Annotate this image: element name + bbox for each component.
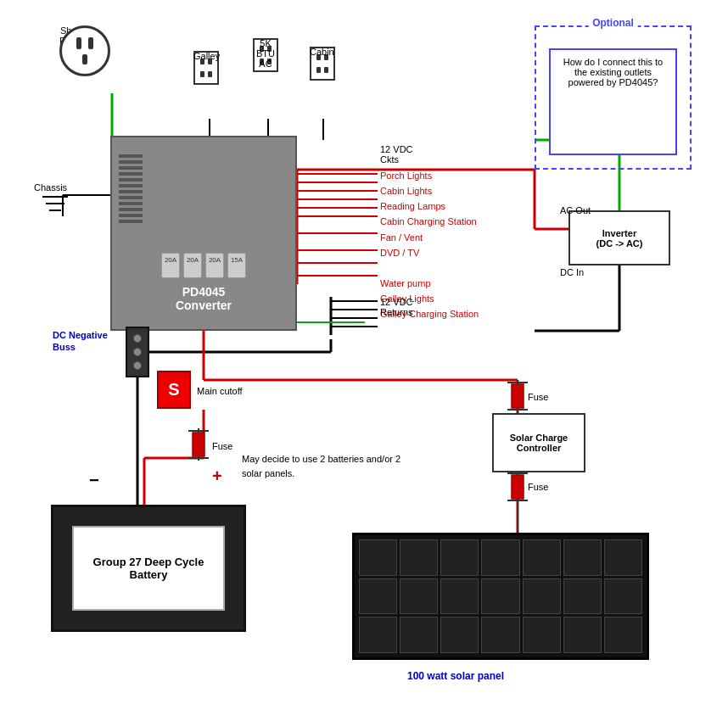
solar-cell xyxy=(523,539,561,576)
circuit-porch: Porch Lights xyxy=(380,168,479,183)
main-cutoff-switch: S xyxy=(157,371,191,409)
5k-ac-outlet-group: 5K BTU AC xyxy=(253,38,278,72)
inverter-label: Inverter (DC -> AC) xyxy=(596,228,643,249)
solar-cell xyxy=(359,617,397,653)
main-cutoff-symbol: S xyxy=(168,380,179,399)
breaker-4: 15A xyxy=(227,253,246,278)
solar-cell xyxy=(604,539,642,576)
buss-hole-1 xyxy=(133,334,142,343)
breaker-1: 20A xyxy=(161,253,180,278)
diagram: Shore Power Galley 5K BTU AC xyxy=(0,0,728,704)
battery: Group 27 Deep Cycle Battery xyxy=(51,505,246,632)
fuse-right-top-label: Fuse xyxy=(528,392,548,402)
chassis-label: Chassis xyxy=(34,182,68,193)
optional-question: How do I connect this to the existing ou… xyxy=(549,48,677,155)
cabin-label: Cabin xyxy=(310,47,334,57)
solar-cell xyxy=(481,539,519,576)
inverter: Inverter (DC -> AC) xyxy=(568,210,670,265)
dc-neg-buss xyxy=(126,327,149,377)
ground-symbol xyxy=(42,196,68,211)
note-text: May decide to use 2 batteries and/or 2 s… xyxy=(242,452,412,480)
solar-cell xyxy=(440,617,479,653)
solar-panel xyxy=(352,533,649,660)
dc-ckts-label: 12 VDC Ckts xyxy=(380,144,413,165)
solar-controller-label: Solar Charge Controller xyxy=(510,433,568,453)
solar-cell xyxy=(604,578,642,615)
solar-cell xyxy=(440,578,479,615)
galley-outlet-group: Galley xyxy=(193,51,219,85)
svg-rect-50 xyxy=(512,475,524,499)
breaker-2: 20A xyxy=(183,253,202,278)
solar-cell xyxy=(523,578,561,615)
solar-cell xyxy=(563,617,602,653)
solar-cell xyxy=(359,578,397,615)
solar-cell xyxy=(400,539,438,576)
breaker-3: 20A xyxy=(205,253,224,278)
circuit-reading: Reading Lamps xyxy=(380,198,479,214)
solar-cell xyxy=(481,578,519,615)
shore-power: Shore Power xyxy=(59,25,110,76)
solar-cell xyxy=(604,617,642,653)
optional-label: Optional xyxy=(588,17,638,29)
dc-neg-buss-label: DC Negative Buss xyxy=(53,329,108,354)
plus-terminal: + xyxy=(212,467,222,486)
battery-inner: Group 27 Deep Cycle Battery xyxy=(72,526,225,611)
converter-label: PD4045 Converter xyxy=(176,285,232,312)
circuit-cabin-charging: Cabin Charging Station xyxy=(380,214,479,229)
solar-cell xyxy=(440,539,479,576)
circuit-water: Water pump xyxy=(380,276,479,291)
5k-label: 5K BTU AC xyxy=(253,38,278,69)
solar-charge-controller: Solar Charge Controller xyxy=(492,413,585,472)
solar-panel-label: 100 watt solar panel xyxy=(407,670,504,682)
galley-label: Galley xyxy=(193,51,220,61)
circuit-cabin: Cabin Lights xyxy=(380,183,479,198)
optional-box: Optional How do I connect this to the ex… xyxy=(535,25,692,170)
battery-label: Group 27 Deep Cycle Battery xyxy=(74,556,223,581)
buss-hole-3 xyxy=(133,361,142,370)
dc-returns-label: 12 VDC Returns xyxy=(380,297,413,317)
solar-cell xyxy=(400,578,438,615)
chassis-ground: Chassis xyxy=(42,182,68,211)
cabin-outlet-group: Cabin xyxy=(310,47,335,81)
solar-cell xyxy=(563,578,602,615)
solar-cell xyxy=(400,617,438,653)
main-cutoff-label: Main cutoff xyxy=(197,386,243,396)
converter-vents xyxy=(119,154,144,223)
minus-terminal: − xyxy=(89,471,99,490)
svg-rect-45 xyxy=(512,384,524,408)
svg-rect-40 xyxy=(193,433,204,456)
breaker-row: 20A 20A 20A 15A xyxy=(161,253,246,278)
shore-power-outlet xyxy=(59,25,110,76)
ac-out-label: AC Out xyxy=(560,205,591,215)
dc-in-label: DC In xyxy=(560,267,584,277)
buss-hole-2 xyxy=(133,348,142,356)
fuse-right-bottom-label: Fuse xyxy=(528,482,548,492)
solar-cell xyxy=(523,617,561,653)
circuit-fan: Fan / Vent xyxy=(380,230,479,245)
solar-cell xyxy=(563,539,602,576)
converter: 20A 20A 20A 15A PD4045 Converter xyxy=(110,136,297,331)
fuse-left-label: Fuse xyxy=(212,441,232,451)
solar-cell xyxy=(359,539,397,576)
solar-cell xyxy=(481,617,519,653)
circuit-dvd: DVD / TV xyxy=(380,245,479,260)
